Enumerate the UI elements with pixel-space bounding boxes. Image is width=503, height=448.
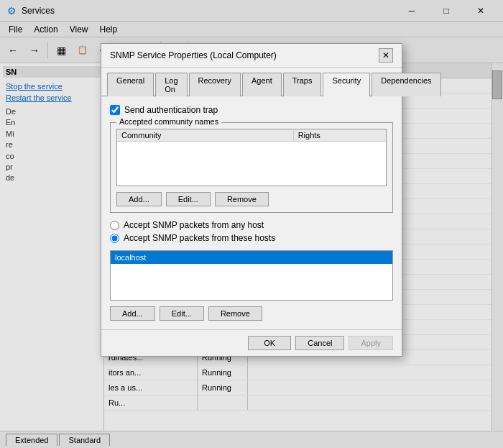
dialog-close-button[interactable]: ✕ [379, 48, 393, 63]
radio-these-row: Accept SNMP packets from these hosts [110, 233, 393, 243]
snmp-source-group: Accept SNMP packets from any host Accept… [110, 220, 393, 243]
tab-general[interactable]: General [107, 73, 154, 96]
community-remove-button[interactable]: Remove [215, 192, 269, 206]
community-names-title: Accepted community names [116, 117, 221, 126]
cancel-button[interactable]: Cancel [295, 336, 344, 350]
tab-security[interactable]: Security [323, 73, 370, 96]
dialog-body: Send authentication trap Accepted commun… [101, 96, 402, 329]
tab-traps[interactable]: Traps [283, 73, 322, 96]
hosts-add-button[interactable]: Add... [110, 306, 155, 321]
dialog-title-bar: SNMP Service Properties (Local Computer)… [101, 44, 402, 68]
dialog-footer: OK Cancel Apply [101, 329, 402, 356]
hosts-edit-button[interactable]: Edit... [160, 306, 204, 321]
hosts-buttons: Add... Edit... Remove [110, 306, 393, 321]
tab-recovery[interactable]: Recovery [189, 73, 241, 96]
col-rights: Rights [294, 129, 386, 141]
apply-button[interactable]: Apply [349, 336, 393, 350]
dialog-title-text: SNMP Service Properties (Local Computer) [110, 50, 277, 60]
dialog-overlay: SNMP Service Properties (Local Computer)… [0, 0, 503, 448]
auth-trap-checkbox[interactable] [110, 105, 120, 115]
community-buttons: Add... Edit... Remove [116, 192, 387, 206]
radio-any[interactable] [110, 221, 119, 230]
tab-dependencies[interactable]: Dependencies [372, 73, 440, 96]
hosts-remove-button[interactable]: Remove [208, 306, 262, 321]
tab-agent[interactable]: Agent [242, 73, 282, 96]
radio-these-label: Accept SNMP packets from these hosts [124, 233, 275, 243]
community-table[interactable]: Community Rights [116, 129, 387, 186]
community-edit-button[interactable]: Edit... [166, 192, 211, 206]
hosts-list[interactable]: localhost [110, 250, 393, 301]
radio-these[interactable] [110, 234, 119, 243]
tab-logon[interactable]: Log On [155, 73, 187, 96]
ok-button[interactable]: OK [248, 336, 291, 350]
community-add-button[interactable]: Add... [116, 192, 162, 206]
community-table-header: Community Rights [117, 129, 386, 142]
list-item[interactable]: localhost [111, 251, 392, 264]
dialog-tabs: General Log On Recovery Agent Traps Secu… [101, 68, 402, 96]
auth-trap-label: Send authentication trap [124, 105, 218, 115]
community-names-group: Accepted community names Community Right… [110, 122, 393, 213]
radio-any-row: Accept SNMP packets from any host [110, 220, 393, 230]
snmp-dialog: SNMP Service Properties (Local Computer)… [101, 43, 402, 357]
auth-trap-row: Send authentication trap [110, 105, 393, 115]
radio-any-label: Accept SNMP packets from any host [124, 220, 264, 230]
col-community: Community [117, 129, 294, 141]
